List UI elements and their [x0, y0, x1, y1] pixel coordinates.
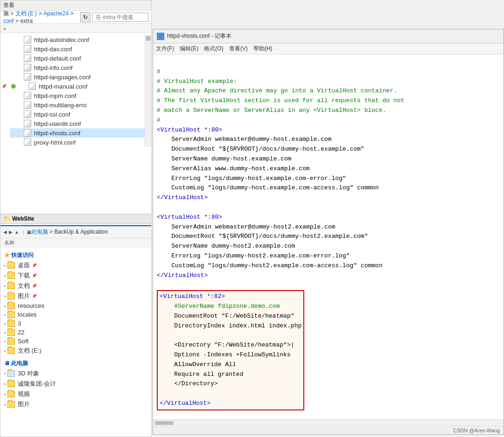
- list-item[interactable]: httpd-dav.conf: [10, 44, 145, 54]
- list-item[interactable]: httpd-autoindex.conf: [10, 35, 145, 44]
- item-label: 文档: [18, 282, 30, 290]
- list-item[interactable]: httpd-default.conf: [10, 54, 145, 63]
- scrollbar-thumb-h[interactable]: [155, 421, 174, 425]
- scrollbar-thumb[interactable]: [146, 36, 151, 41]
- docs-link[interactable]: 文档 (E:): [15, 10, 37, 17]
- list-item[interactable]: ▸ 图片 📌: [0, 291, 151, 301]
- status-text: CSDN @Ares-Wang: [453, 428, 500, 433]
- comment-line: # VirtualHost example:: [157, 78, 237, 85]
- notepad-content[interactable]: # # VirtualHost example: # Almost any Ap…: [153, 55, 504, 419]
- refresh-button[interactable]: ↻: [80, 12, 91, 22]
- list-item[interactable]: ▸ 22: [0, 328, 151, 337]
- top-address-bar: 脑 > 文档 (E:) > Apache24 > conf > extra ↻: [0, 11, 151, 24]
- notepad-statusbar: CSDN @Ares-Wang: [153, 426, 504, 434]
- bottom-explorer-titlebar: 📁 WebSite: [0, 214, 152, 224]
- conf-file-icon: [24, 101, 31, 109]
- edit-menu[interactable]: 编辑(E): [180, 45, 198, 53]
- conf-file-icon: [24, 73, 31, 81]
- list-item[interactable]: httpd-vhosts.conf: [10, 128, 145, 138]
- config-line: DocumentRoot "${SRVROOT}/docs/dummy-host…: [157, 146, 364, 153]
- forward-button[interactable]: ▶: [9, 229, 13, 235]
- list-item[interactable]: httpd-multilang-erro: [10, 100, 145, 110]
- config-line: ServerName dummy-host.example.com: [157, 155, 292, 162]
- folder-icon: [7, 272, 15, 279]
- file-menu[interactable]: 文件(F): [156, 45, 174, 53]
- arrow-icon: ▸: [4, 339, 7, 344]
- list-item[interactable]: ▸ 图片: [0, 399, 151, 409]
- apache-link[interactable]: Apache24: [43, 10, 69, 17]
- list-item[interactable]: ▸ locales: [0, 310, 151, 319]
- config-line: CustomLog "logs/dummy-host.example.com-a…: [157, 184, 379, 191]
- tag-line: </VirtualHost>: [157, 272, 208, 279]
- this-pc-label: 此电脑: [11, 360, 28, 367]
- back-button[interactable]: ◀: [3, 229, 7, 235]
- list-item[interactable]: ▸ 视频: [0, 389, 151, 399]
- file-name: proxy-html.conf: [34, 139, 76, 146]
- arrow-icon: ▸: [4, 382, 7, 386]
- blank-line: [157, 281, 161, 288]
- config-line: DocumentRoot "F:/WebSite/heatmap": [160, 312, 294, 319]
- format-menu[interactable]: 格式(O): [204, 45, 223, 53]
- list-item[interactable]: httpd-languages.conf: [10, 72, 145, 82]
- separator: |: [23, 229, 24, 235]
- scroll-up-icon[interactable]: ▲: [2, 26, 7, 31]
- list-item[interactable]: ▸ 3D 对象: [0, 368, 151, 379]
- help-menu[interactable]: 帮助(H): [253, 45, 273, 53]
- view-menu-np[interactable]: 查看(V): [229, 45, 248, 53]
- conf-file-icon: [24, 111, 31, 118]
- notepad-title: httpd-vhosts.conf - 记事本: [167, 32, 500, 40]
- folder-title-icon: 📁: [3, 215, 10, 222]
- conf-file-icon: [28, 83, 36, 90]
- arrow-icon: ▸: [4, 312, 7, 317]
- file-name: httpd-ssl.conf: [34, 111, 70, 118]
- file-name: httpd-userdir.conf: [34, 120, 81, 127]
- file-entries: httpd-autoindex.conf httpd-dav.conf http…: [10, 35, 145, 147]
- breadcrumb-text: 脑 > 文档 (E:) > Apache24 > conf > extra: [3, 10, 73, 24]
- list-item[interactable]: ▸ Soft: [0, 337, 151, 346]
- up-button[interactable]: ▲: [14, 229, 19, 235]
- notepad-menubar: 文件(F) 编辑(E) 格式(O) 查看(V) 帮助(H): [153, 43, 504, 55]
- arrow-icon: ▸: [4, 392, 7, 396]
- notepad-window: httpd-vhosts.conf - 记事本 文件(F) 编辑(E) 格式(O…: [153, 29, 504, 435]
- horizontal-scrollbar[interactable]: [153, 419, 504, 426]
- pin-small-icon: 📌: [32, 263, 37, 268]
- list-item[interactable]: httpd-ssl.conf: [10, 110, 145, 119]
- list-item[interactable]: ▸ resources: [0, 301, 151, 310]
- arrow-icon: ▸: [4, 304, 7, 308]
- item-label-soft: Soft: [18, 338, 28, 345]
- list-item[interactable]: ▸ 下载 📌: [0, 271, 151, 281]
- search-input[interactable]: [92, 13, 148, 22]
- list-item[interactable]: 🟢 httpd-manual.conf: [10, 82, 145, 91]
- folder-icon: [7, 370, 15, 377]
- file-name: httpd-default.conf: [34, 55, 81, 62]
- file-name: httpd-multilang-erro: [34, 102, 87, 109]
- conf-link[interactable]: conf: [3, 18, 14, 24]
- list-item[interactable]: ▸ 3: [0, 319, 151, 328]
- list-item[interactable]: httpd-info.conf: [10, 63, 145, 72]
- view-menu[interactable]: 查看: [3, 2, 14, 8]
- conf-file-icon: [24, 139, 31, 146]
- list-item[interactable]: ▸ 文档 📌: [0, 281, 151, 291]
- tag-line: </VirtualHost>: [157, 194, 208, 201]
- list-item[interactable]: proxy-html.conf: [10, 138, 145, 147]
- comment-line: #: [157, 117, 161, 124]
- list-item[interactable]: ▸ 诚隆集团-会计: [0, 379, 151, 389]
- arrow-icon: ▸: [4, 348, 7, 353]
- thispc-link[interactable]: 此电脑: [31, 229, 48, 235]
- notepad-titlebar: httpd-vhosts.conf - 记事本: [153, 29, 504, 43]
- folder-icon: [7, 283, 15, 289]
- list-item[interactable]: httpd-mpm.conf: [10, 91, 145, 100]
- folder-icon: [7, 312, 15, 318]
- list-item[interactable]: ▸ 桌面 📌: [0, 260, 151, 271]
- list-item[interactable]: ▸ 文档 (E:): [0, 346, 151, 356]
- tag-line: <VirtualHost *:80>: [157, 214, 222, 221]
- folder-icon: [7, 338, 15, 345]
- name-column-header: 名称: [4, 239, 14, 246]
- file-name: httpd-mpm.conf: [34, 92, 76, 99]
- conf-file-icon: [24, 36, 31, 43]
- pc-icon-section: 🖥: [4, 360, 10, 367]
- blank-line: [160, 390, 170, 397]
- file-name: httpd-autoindex.conf: [34, 36, 89, 43]
- list-item[interactable]: httpd-userdir.conf: [10, 119, 145, 128]
- file-name-selected: httpd-vhosts.conf: [34, 130, 80, 137]
